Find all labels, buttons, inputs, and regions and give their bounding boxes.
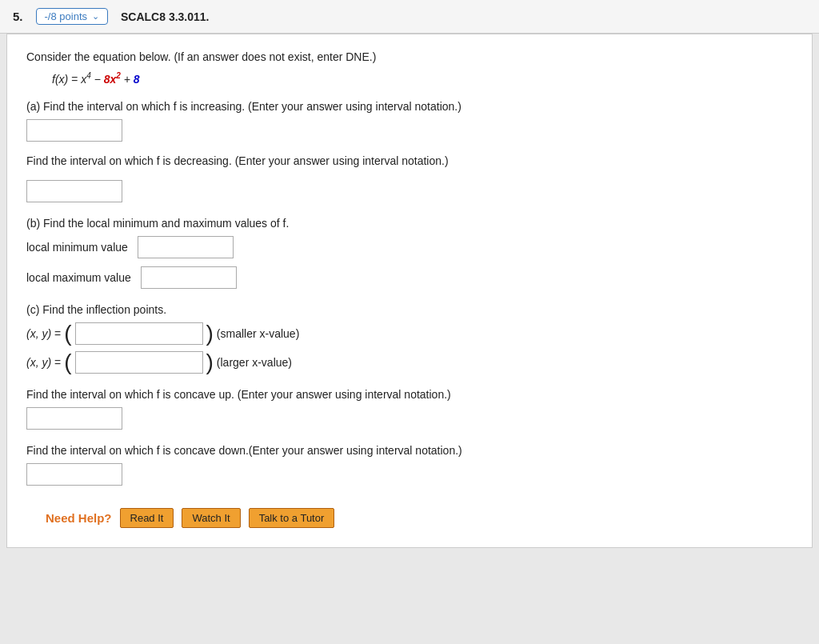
question-number: 5. bbox=[13, 10, 23, 23]
larger-x-label: (larger x-value) bbox=[217, 356, 292, 369]
inflection-input-1[interactable] bbox=[75, 322, 203, 345]
concave-up-label: Find the interval on which f is concave … bbox=[26, 388, 793, 401]
open-paren-1: ( bbox=[64, 322, 71, 345]
concave-up-section: Find the interval on which f is concave … bbox=[26, 388, 793, 430]
need-help-section: Need Help? Read It Watch It Talk to a Tu… bbox=[26, 498, 793, 534]
local-min-row: local minimum value bbox=[26, 236, 793, 258]
watch-it-button[interactable]: Watch It bbox=[182, 508, 240, 528]
decreasing-input[interactable] bbox=[26, 180, 122, 202]
local-max-input[interactable] bbox=[141, 266, 237, 289]
increasing-input-row bbox=[26, 119, 793, 142]
close-paren-2: ) bbox=[206, 351, 214, 374]
local-min-input[interactable] bbox=[138, 236, 234, 258]
decreasing-input-row bbox=[26, 180, 793, 202]
part-b-label: (b) Find the local minimum and maximum v… bbox=[26, 217, 793, 230]
question-body: Consider the equation below. (If an answ… bbox=[6, 34, 813, 548]
concave-down-input[interactable] bbox=[26, 463, 122, 486]
eq-lhs: f(x) = x4 − bbox=[52, 73, 104, 86]
xy-label-1: (x, y) = bbox=[26, 327, 61, 340]
chevron-down-icon: ⌄ bbox=[92, 11, 99, 22]
eq-red-part: 8x2 bbox=[104, 73, 121, 86]
eq-plus: + bbox=[121, 73, 134, 86]
read-it-button[interactable]: Read It bbox=[120, 508, 174, 528]
inflection-row-1: (x, y) = ( ) (smaller x-value) bbox=[26, 322, 793, 345]
need-help-label: Need Help? bbox=[46, 511, 112, 525]
concave-down-section: Find the interval on which f is concave … bbox=[26, 444, 793, 486]
intro-text: Consider the equation below. (If an answ… bbox=[26, 50, 793, 63]
points-label: -/8 points bbox=[45, 10, 87, 22]
local-max-label: local maximum value bbox=[26, 271, 131, 284]
concave-down-input-row bbox=[26, 463, 793, 486]
page-wrapper: 5. -/8 points ⌄ SCALC8 3.3.011. Consider… bbox=[0, 0, 819, 644]
increasing-input[interactable] bbox=[26, 119, 122, 142]
eq-const: 8 bbox=[134, 73, 140, 86]
points-badge[interactable]: -/8 points ⌄ bbox=[36, 8, 108, 25]
xy-label-2: (x, y) = bbox=[26, 356, 61, 369]
inflection-row-2: (x, y) = ( ) (larger x-value) bbox=[26, 351, 793, 374]
close-paren-1: ) bbox=[206, 322, 214, 345]
concave-down-label: Find the interval on which f is concave … bbox=[26, 444, 793, 457]
question-header: 5. -/8 points ⌄ SCALC8 3.3.011. bbox=[0, 0, 819, 34]
smaller-x-label: (smaller x-value) bbox=[217, 327, 299, 340]
local-min-label: local minimum value bbox=[26, 241, 128, 254]
question-id: SCALC8 3.3.011. bbox=[121, 10, 210, 23]
concave-up-input-row bbox=[26, 407, 793, 430]
concave-up-input[interactable] bbox=[26, 407, 122, 430]
talk-to-tutor-button[interactable]: Talk to a Tutor bbox=[249, 508, 335, 528]
part-c-label: (c) Find the inflection points. bbox=[26, 303, 793, 316]
inflection-input-2[interactable] bbox=[75, 351, 203, 374]
part-a-increasing-label: (a) Find the interval on which f is incr… bbox=[26, 100, 793, 113]
part-a-decreasing-label: Find the interval on which f is decreasi… bbox=[26, 154, 793, 167]
open-paren-2: ( bbox=[64, 351, 71, 374]
local-max-row: local maximum value bbox=[26, 266, 793, 289]
equation-line: f(x) = x4 − 8x2 + 8 bbox=[52, 71, 793, 86]
